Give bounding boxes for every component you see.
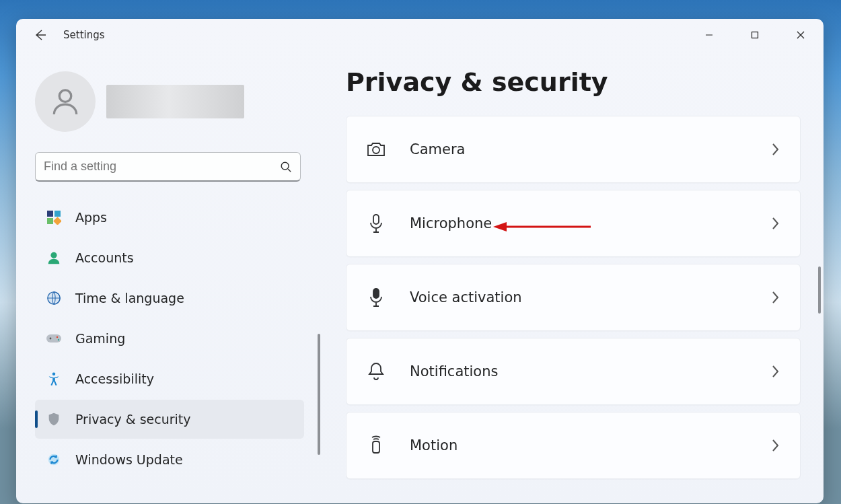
option-label: Microphone <box>410 215 492 231</box>
svg-rect-17 <box>373 215 379 224</box>
svg-point-2 <box>59 90 71 102</box>
accounts-icon <box>46 250 62 266</box>
svg-point-3 <box>281 162 289 170</box>
sidebar-item-windows-update[interactable]: Windows Update <box>35 440 304 479</box>
sidebar-nav: Apps Accounts Time & language <box>35 198 304 479</box>
svg-rect-10 <box>46 334 61 343</box>
sidebar-item-label: Gaming <box>75 331 125 346</box>
chevron-right-icon <box>770 216 780 231</box>
content-area: Apps Accounts Time & language <box>16 51 824 503</box>
svg-point-13 <box>58 339 59 340</box>
chevron-right-icon <box>770 290 780 305</box>
sidebar-item-gaming[interactable]: Gaming <box>35 319 304 358</box>
option-label: Voice activation <box>410 289 522 305</box>
svg-rect-6 <box>47 218 53 224</box>
window-controls <box>686 19 824 51</box>
window-title: Settings <box>63 29 105 41</box>
sidebar-item-accounts[interactable]: Accounts <box>35 238 304 277</box>
sidebar-item-label: Accounts <box>75 250 134 265</box>
svg-rect-21 <box>373 441 379 453</box>
sidebar-item-label: Apps <box>75 210 107 225</box>
settings-window: Settings <box>16 19 824 503</box>
search-box[interactable] <box>35 152 301 182</box>
sidebar-item-accessibility[interactable]: Accessibility <box>35 359 304 398</box>
back-button[interactable] <box>30 24 51 46</box>
option-voice-activation[interactable]: Voice activation <box>346 264 801 331</box>
motion-icon <box>364 435 388 456</box>
close-button[interactable] <box>778 19 824 51</box>
camera-icon <box>364 141 388 158</box>
option-microphone[interactable]: Microphone <box>346 190 801 257</box>
gaming-icon <box>46 330 62 347</box>
close-icon <box>797 31 805 39</box>
svg-point-12 <box>57 336 58 338</box>
option-notifications[interactable]: Notifications <box>346 338 801 405</box>
option-motion[interactable]: Motion <box>346 412 801 479</box>
chevron-right-icon <box>770 438 780 453</box>
svg-rect-1 <box>752 32 758 38</box>
option-camera[interactable]: Camera <box>346 116 801 183</box>
voice-activation-icon <box>364 287 388 308</box>
person-icon <box>48 85 82 118</box>
svg-point-8 <box>50 252 57 258</box>
user-profile[interactable] <box>35 71 316 132</box>
sidebar-item-label: Privacy & security <box>75 412 191 427</box>
search-icon <box>280 161 292 173</box>
svg-rect-4 <box>47 211 53 217</box>
maximize-button[interactable] <box>732 19 778 51</box>
sidebar-item-label: Windows Update <box>75 452 183 467</box>
microphone-icon <box>364 213 388 233</box>
option-label: Camera <box>410 141 465 157</box>
option-label: Notifications <box>410 363 498 380</box>
minimize-button[interactable] <box>686 19 732 51</box>
apps-icon <box>46 209 62 225</box>
option-label: Motion <box>410 437 458 454</box>
time-language-icon <box>46 290 62 306</box>
chevron-right-icon <box>770 142 780 157</box>
sidebar: Apps Accounts Time & language <box>16 51 326 503</box>
user-name-redacted <box>106 85 244 118</box>
sidebar-item-apps[interactable]: Apps <box>35 198 304 237</box>
maximize-icon <box>751 31 759 39</box>
sidebar-item-privacy-security[interactable]: Privacy & security <box>35 400 304 439</box>
privacy-options-list: Camera Microphone <box>346 116 801 479</box>
title-bar: Settings <box>16 19 824 51</box>
search-input[interactable] <box>44 159 280 174</box>
annotation-arrow <box>493 220 594 233</box>
sidebar-item-label: Time & language <box>75 291 184 305</box>
sidebar-item-label: Accessibility <box>75 371 154 386</box>
minimize-icon <box>705 31 713 39</box>
sidebar-scrollbar[interactable] <box>318 334 320 455</box>
svg-rect-20 <box>373 289 379 298</box>
avatar <box>35 71 96 132</box>
svg-rect-5 <box>54 211 61 217</box>
arrow-left-icon <box>34 28 47 42</box>
svg-marker-19 <box>493 222 507 231</box>
svg-rect-7 <box>53 217 61 225</box>
chevron-right-icon <box>770 364 780 379</box>
svg-point-11 <box>50 338 52 340</box>
main-scrollbar[interactable] <box>818 266 821 314</box>
svg-point-16 <box>373 147 379 153</box>
notifications-icon <box>364 361 388 382</box>
windows-update-icon <box>46 452 62 468</box>
svg-point-14 <box>52 372 56 375</box>
main-panel: Privacy & security Camera <box>326 51 824 503</box>
privacy-security-icon <box>46 411 62 427</box>
sidebar-item-time-language[interactable]: Time & language <box>35 279 304 318</box>
page-title: Privacy & security <box>346 67 801 97</box>
accessibility-icon <box>46 371 62 387</box>
